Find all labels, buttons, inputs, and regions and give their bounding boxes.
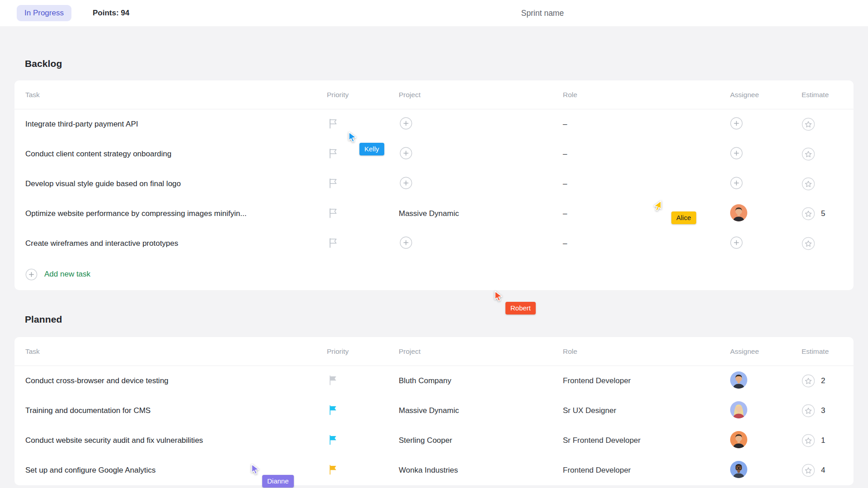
- priority-flag-icon: [327, 434, 338, 446]
- estimate-star-icon: [802, 117, 815, 131]
- priority-flag-icon: [327, 207, 338, 219]
- priority-flag-button[interactable]: [327, 404, 338, 416]
- estimate-button[interactable]: [802, 207, 815, 221]
- plus-circle-icon: [730, 117, 743, 130]
- task-title[interactable]: Conduct cross-browser and device testing: [25, 376, 327, 385]
- planned-card: TaskPriorityProjectRoleAssigneeEstimate …: [14, 337, 854, 485]
- task-title[interactable]: Optimize website performance by compress…: [25, 209, 327, 218]
- estimate-button[interactable]: [802, 177, 815, 191]
- plus-circle-icon: [730, 147, 743, 160]
- estimate-value: 1: [821, 436, 825, 445]
- table-row: Integrate third-party payment API–: [14, 109, 854, 139]
- priority-flag-button[interactable]: [327, 375, 338, 386]
- priority-flag-icon: [327, 464, 338, 475]
- assignee-avatar[interactable]: [730, 401, 747, 418]
- priority-flag-icon: [327, 237, 338, 249]
- column-header-assignee: Assignee: [730, 91, 802, 99]
- estimate-button[interactable]: [802, 147, 815, 161]
- add-new-task-button[interactable]: Add new task: [14, 258, 854, 290]
- plus-circle-icon: [400, 236, 412, 249]
- estimate-star-icon: [802, 434, 815, 447]
- content-area: Backlog TaskPriorityProjectRoleAssigneeE…: [0, 26, 868, 485]
- role-value[interactable]: Frontend Developer: [563, 466, 631, 474]
- priority-flag-button[interactable]: [327, 434, 338, 446]
- plus-circle-icon: [730, 177, 743, 189]
- sprint-title: Sprint name: [521, 9, 564, 18]
- priority-flag-button[interactable]: [327, 148, 338, 159]
- project-name[interactable]: Massive Dynamic: [399, 209, 459, 218]
- role-value[interactable]: –: [563, 120, 567, 128]
- add-assignee-button[interactable]: [730, 117, 743, 130]
- plus-circle-icon: [25, 268, 38, 281]
- table-row: Conduct website security audit and fix v…: [14, 426, 854, 455]
- add-project-button[interactable]: [400, 147, 412, 160]
- estimate-button[interactable]: [802, 404, 815, 418]
- priority-flag-button[interactable]: [327, 207, 338, 219]
- role-value[interactable]: –: [563, 239, 567, 248]
- role-value[interactable]: –: [563, 179, 567, 188]
- role-value[interactable]: Frontend Developer: [563, 376, 631, 385]
- planned-table-header: TaskPriorityProjectRoleAssigneeEstimate: [14, 337, 854, 366]
- priority-flag-button[interactable]: [327, 237, 338, 249]
- assignee-avatar[interactable]: [730, 371, 747, 389]
- assignee-avatar[interactable]: [730, 461, 747, 478]
- table-row: Develop visual style guide based on fina…: [14, 169, 854, 199]
- priority-flag-icon: [327, 148, 338, 159]
- project-name[interactable]: Sterling Cooper: [399, 436, 452, 445]
- role-value[interactable]: Sr UX Designer: [563, 406, 616, 415]
- backlog-table-header: TaskPriorityProjectRoleAssigneeEstimate: [14, 80, 854, 109]
- assignee-avatar[interactable]: [730, 431, 747, 448]
- assignee-avatar[interactable]: [730, 204, 747, 221]
- task-title[interactable]: Conduct website security audit and fix v…: [25, 436, 327, 445]
- role-value[interactable]: Sr Frontend Developer: [563, 436, 641, 445]
- project-name[interactable]: Bluth Company: [399, 376, 451, 385]
- estimate-button[interactable]: [802, 374, 815, 388]
- project-name[interactable]: Massive Dynamic: [399, 406, 459, 415]
- add-assignee-button[interactable]: [730, 236, 743, 249]
- estimate-button[interactable]: [802, 434, 815, 447]
- column-header-task: Task: [25, 91, 327, 99]
- task-title[interactable]: Integrate third-party payment API: [25, 120, 327, 129]
- role-value[interactable]: –: [563, 209, 567, 218]
- plus-circle-icon: [400, 147, 412, 160]
- avatar-image: [730, 431, 747, 448]
- column-header-role: Role: [563, 91, 730, 99]
- add-project-button[interactable]: [400, 177, 412, 189]
- priority-flag-icon: [327, 404, 338, 416]
- priority-flag-icon: [327, 118, 338, 129]
- column-header-estimate: Estimate: [802, 347, 843, 356]
- status-badge[interactable]: In Progress: [17, 5, 71, 21]
- section-heading-planned: Planned: [25, 290, 854, 325]
- estimate-button[interactable]: [802, 117, 815, 131]
- task-title[interactable]: Training and documentation for CMS: [25, 406, 327, 415]
- estimate-value: 4: [821, 466, 825, 475]
- avatar-image: [730, 401, 747, 418]
- estimate-button[interactable]: [802, 237, 815, 250]
- add-project-button[interactable]: [400, 236, 412, 249]
- estimate-star-icon: [802, 374, 815, 388]
- add-new-task-label: Add new task: [44, 270, 90, 279]
- column-header-role: Role: [563, 347, 730, 356]
- priority-flag-button[interactable]: [327, 464, 338, 475]
- task-title[interactable]: Set up and configure Google Analytics: [25, 466, 327, 475]
- avatar-image: [730, 204, 747, 221]
- estimate-star-icon: [802, 207, 815, 221]
- plus-circle-icon: [400, 177, 412, 189]
- priority-flag-button[interactable]: [327, 118, 338, 129]
- task-title[interactable]: Create wireframes and interactive protot…: [25, 239, 327, 248]
- priority-flag-button[interactable]: [327, 178, 338, 189]
- column-header-priority: Priority: [327, 91, 399, 99]
- backlog-table-body: Integrate third-party payment API–Conduc…: [14, 109, 854, 258]
- task-title[interactable]: Develop visual style guide based on fina…: [25, 179, 327, 188]
- estimate-button[interactable]: [802, 464, 815, 477]
- table-row: Create wireframes and interactive protot…: [14, 229, 854, 258]
- avatar-image: [730, 461, 747, 478]
- add-assignee-button[interactable]: [730, 147, 743, 160]
- task-title[interactable]: Conduct client content strategy onboardi…: [25, 150, 327, 159]
- add-assignee-button[interactable]: [730, 177, 743, 189]
- role-value[interactable]: –: [563, 150, 567, 158]
- project-name[interactable]: Wonka Industries: [399, 466, 458, 474]
- estimate-value: 3: [821, 406, 825, 415]
- estimate-star-icon: [802, 177, 815, 191]
- add-project-button[interactable]: [400, 117, 412, 130]
